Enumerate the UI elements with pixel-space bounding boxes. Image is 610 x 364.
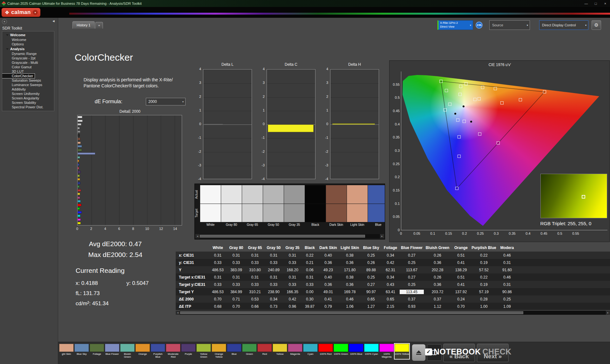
patch-button-moderate-red[interactable]: Moderate Red	[166, 344, 180, 359]
expander-icon[interactable]	[6, 48, 9, 50]
table-row: ΔE 20000.700.710.530.340.420.300.410.460…	[176, 295, 610, 303]
patch-button-100-cyan[interactable]: 100% Cyan	[364, 344, 379, 359]
table-cell: 0.96	[283, 304, 302, 309]
patch-button-yellow[interactable]: Yellow	[273, 344, 287, 359]
de-formula-dropdown[interactable]: 2000 ▼	[146, 98, 186, 105]
settings-button[interactable]: ⚙	[592, 20, 601, 30]
sidebar-item-welcome[interactable]: Welcome	[2, 32, 54, 37]
patch-button-ght-skin[interactable]: ght Skin	[59, 344, 74, 359]
swatch-column-blue[interactable]: Blue	[368, 185, 385, 230]
patch-button-purplish-blue[interactable]: Purplish Blue	[151, 344, 165, 359]
chevron-down-icon[interactable]: ▼	[525, 24, 530, 26]
patch-color	[212, 344, 226, 352]
scrollbar-thumb[interactable]	[180, 311, 523, 314]
swatch-actual	[326, 185, 347, 204]
patch-button-100-yellow[interactable]: 100% Yellow	[395, 344, 409, 359]
sidebar-item-colorchecker[interactable]: ColorChecker	[2, 74, 35, 78]
swatch-column-gray-35[interactable]: Gray 35	[284, 185, 305, 230]
patch-label: 100% Green	[334, 352, 348, 359]
swatch-label: Gray 35	[284, 222, 305, 227]
next-button[interactable]: Next »	[477, 344, 509, 362]
expander-icon[interactable]	[6, 34, 9, 36]
sidebar-item-grayscale-multi[interactable]: Grayscale - Multi	[2, 60, 54, 65]
meter-selector[interactable]: X-Rite i1Pro 2 Direct View ▼	[437, 20, 473, 30]
sidebar-item-screen-uniformity[interactable]: Screen Uniformity	[2, 91, 54, 96]
sidebar-item-3d-lut[interactable]: 3D LUT	[2, 69, 54, 74]
table-cell: 0.34	[264, 297, 283, 301]
sidebar-item-luminance-sweeps[interactable]: Luminance Sweeps	[2, 83, 54, 87]
swatch-column-gray-80[interactable]: Gray 80	[221, 185, 242, 230]
patch-color	[288, 344, 302, 352]
swatch-column-black[interactable]: Black	[305, 185, 326, 230]
swatch-target	[221, 204, 242, 222]
sidebar-item-screen-angularity[interactable]: Screen Angularity	[2, 96, 54, 100]
maximize-button[interactable]: □	[591, 2, 600, 5]
patch-button-blue[interactable]: Blue	[227, 344, 241, 359]
scrollbar-thumb[interactable]	[200, 235, 365, 238]
close-button[interactable]: ×	[600, 2, 610, 5]
tab-history-1[interactable]: History 1	[72, 21, 95, 29]
scroll-right-icon[interactable]: ►	[380, 234, 384, 238]
source-selector[interactable]: Source ▼	[489, 20, 530, 30]
patch-button-red[interactable]: Red	[257, 344, 272, 359]
add-tab-button[interactable]: +	[95, 22, 103, 29]
table-scrollbar[interactable]: ◄ ►	[176, 311, 610, 315]
patch-button-yellow-green[interactable]: Yellow Green	[196, 344, 211, 359]
x-tick-label: 0.5	[555, 232, 565, 235]
meter-mode: Direct View	[440, 25, 468, 29]
sidebar-item-grayscale-2pt[interactable]: Grayscale - 2pt	[2, 56, 54, 60]
sidebar-item-analysis[interactable]: Analysis	[2, 46, 54, 51]
swatch-column-gray-65[interactable]: Gray 65	[242, 185, 263, 230]
patch-button-orange[interactable]: Orange	[135, 344, 150, 359]
patch-button-100-green[interactable]: 100% Green	[334, 344, 348, 359]
calman-menu-button[interactable]: ❖ calman ▼	[2, 8, 40, 17]
swatch-scrollbar[interactable]: ◄ ►	[195, 234, 384, 238]
chevron-down-icon[interactable]: ▼	[584, 24, 588, 26]
sidebar-item-dynamic-range[interactable]: Dynamic Range	[2, 51, 54, 56]
swatch-column-white[interactable]: White	[200, 185, 221, 230]
patch-button-100-red[interactable]: 100% Red	[318, 344, 333, 359]
gridline	[119, 115, 119, 225]
scroll-right-icon[interactable]: ►	[606, 311, 610, 315]
sidebar-item-color-gamut[interactable]: Color Gamut	[2, 65, 54, 69]
display-control-selector[interactable]: Direct Display Control ▼	[539, 20, 588, 30]
x-tick-label: 0	[74, 227, 80, 231]
sidebar-collapse-button[interactable]: ◄	[52, 19, 55, 23]
sidebar-item-options[interactable]: Options	[2, 42, 54, 46]
patch-button-bluish-green[interactable]: Bluish Green	[120, 344, 135, 359]
patch-button-blue-flower[interactable]: Blue Flower	[105, 344, 119, 359]
minimize-button[interactable]: —	[581, 2, 591, 5]
sidebar-item-saturation-sweeps[interactable]: Saturation Sweeps	[2, 78, 54, 83]
sidebar-item-spectral-power-dist[interactable]: Spectral Power Dist.	[2, 105, 54, 109]
swatch-label: Dark Skin	[326, 222, 347, 227]
sidebar-pin-icon[interactable]	[2, 19, 7, 24]
source-label: Source	[492, 23, 503, 27]
pattern-window-button[interactable]	[427, 344, 442, 361]
sidebar-item-additivity[interactable]: Additivity	[2, 87, 54, 91]
eject-button[interactable]	[412, 344, 425, 361]
patch-button-cyan[interactable]: Cyan	[303, 344, 318, 359]
back-button[interactable]: « Back	[443, 344, 475, 362]
swatch-column-dark-skin[interactable]: Dark Skin	[326, 185, 347, 230]
sidebar-item-welcome[interactable]: Welcome	[2, 37, 54, 42]
chevron-down-icon[interactable]: ▼	[468, 24, 473, 26]
chevron-down-icon[interactable]: ▼	[181, 101, 185, 103]
patch-button-foliage[interactable]: Foliage	[90, 344, 104, 359]
sidebar-item-screen-stability[interactable]: Screen Stability	[2, 100, 54, 105]
patch-button-magenta[interactable]: Magenta	[288, 344, 302, 359]
swatch-column-light-skin[interactable]: Light Skin	[347, 185, 368, 230]
scroll-left-icon[interactable]: ◄	[176, 311, 180, 315]
patch-button-blue-sky[interactable]: Blue Sky	[74, 344, 89, 359]
chevron-down-icon[interactable]: ▼	[33, 10, 38, 15]
patch-button-purple[interactable]: Purple	[181, 344, 196, 359]
patch-button-100-blue[interactable]: 100% Blue	[349, 344, 363, 359]
deltae-bar	[78, 219, 81, 221]
patch-button-orange-yellow[interactable]: Orange Yellow	[212, 344, 226, 359]
column-header: Black	[302, 246, 318, 250]
scroll-left-icon[interactable]: ◄	[195, 234, 200, 238]
patch-button-100-magenta[interactable]: 100% Magenta	[379, 344, 394, 359]
patch-button-green[interactable]: Green	[242, 344, 257, 359]
swatch-column-gray-50[interactable]: Gray 50	[263, 185, 284, 230]
table-cell: 0.27	[361, 282, 381, 287]
row-label: Target Y	[176, 290, 209, 294]
